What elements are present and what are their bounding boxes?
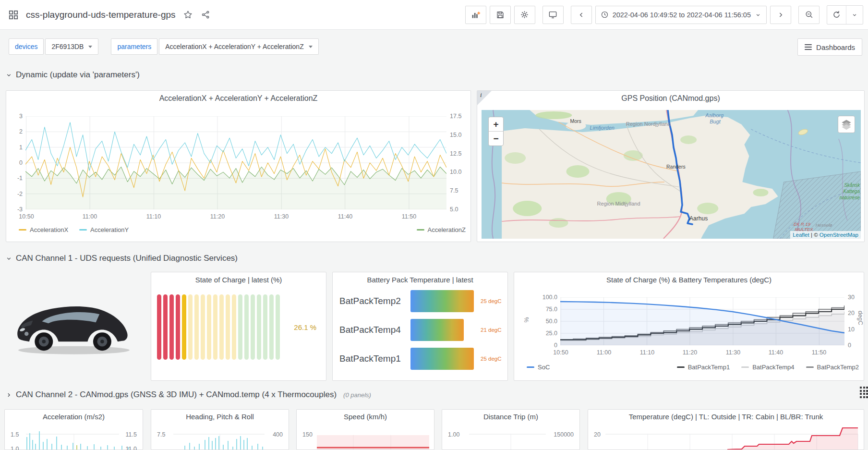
x-tick: 10:50: [550, 349, 571, 356]
share-icon[interactable]: [200, 9, 211, 20]
legend-batpacktemp4[interactable]: BatPackTemp4: [741, 364, 794, 371]
x-tick: 11:50: [808, 349, 830, 356]
legend-accelerationy[interactable]: AccelerationY: [79, 226, 129, 233]
y-tick: 25.0: [537, 329, 557, 337]
battery-name: BatPackTemp1: [339, 353, 410, 364]
map-label: Hesselø: [816, 222, 832, 228]
panel-title[interactable]: State of Charge | latest (%): [151, 276, 326, 284]
devices-variable-label: devices: [9, 38, 44, 55]
apps-grid-icon[interactable]: [8, 9, 19, 21]
map-zoom-out-button[interactable]: −: [489, 131, 503, 146]
panel-mini-heading: Heading, Pitch & Roll 7.5 400: [151, 409, 289, 450]
panel-title[interactable]: Battery Pack Temperature | latest: [333, 276, 507, 284]
grafana-dashboard: css-playground-uds-temperature-gps: [0, 0, 868, 450]
y-tick-right: 5.0: [450, 206, 469, 213]
x-tick: 11:10: [143, 213, 164, 220]
save-dashboard-button[interactable]: [490, 6, 511, 24]
soc-bar-gauge: [157, 294, 280, 360]
legend-accelerationx[interactable]: AccelerationX: [19, 226, 68, 233]
parameters-variable-dropdown[interactable]: AccelerationX + AccelerationY + Accelera…: [159, 38, 318, 55]
chevron-down-icon: [309, 46, 313, 48]
map-canvas: Mors Limfjorden Region Nordjylland Aalbo…: [482, 110, 861, 239]
row-header-can2[interactable]: CAN Channel 2 - CANmod.gps (GNSS & 3D IM…: [6, 390, 371, 400]
time-range-picker[interactable]: 2022-04-06 10:49:52 to 2022-04-06 11:56:…: [595, 6, 767, 24]
panel-mini-distance: Distance Trip (m) 1.00 150000: [442, 409, 580, 450]
tv-mode-button[interactable]: [542, 6, 564, 24]
map-label: Skånsk: [844, 182, 860, 188]
drag-handle-icon[interactable]: [860, 387, 868, 399]
map-label: EK R 19: [794, 221, 811, 227]
panel-battery-temps: Battery Pack Temperature | latest BatPac…: [332, 272, 508, 381]
soc-temp-chart[interactable]: [560, 297, 844, 345]
y-tick: 0: [537, 341, 557, 349]
gps-map[interactable]: Mors Limfjorden Region Nordjylland Aalbo…: [482, 110, 861, 239]
hamburger-icon: [805, 44, 812, 50]
legend-batpacktemp1[interactable]: BatPackTemp1: [677, 364, 730, 371]
y-tick-right: 10.0: [450, 168, 469, 176]
settings-gear-icon[interactable]: [514, 6, 535, 24]
legend-swatch: [79, 229, 87, 231]
legend-batpacktemp2[interactable]: BatPackTemp2: [806, 364, 859, 371]
row-panel-count: (0 panels): [343, 391, 371, 399]
map-zoom-in-button[interactable]: +: [489, 117, 503, 131]
battery-name: BatPackTemp2: [339, 296, 410, 306]
battery-value: 25 degC: [481, 356, 501, 362]
y-tick: -1: [8, 174, 23, 182]
x-tick: 11:00: [593, 349, 615, 356]
panel-title[interactable]: GPS Position (CANmod.gps): [477, 94, 864, 103]
map-label: Limfjorden: [590, 125, 615, 131]
refresh-interval-dropdown[interactable]: [846, 6, 863, 24]
panel-mini-speed: Speed (km/h) 150: [296, 409, 434, 450]
dashboard-title[interactable]: css-playground-uds-temperature-gps: [26, 10, 176, 20]
leaflet-link[interactable]: Leaflet: [793, 232, 809, 238]
map-label: Aalborg: [705, 112, 724, 118]
map-attribution: Leaflet | © OpenStreetMap: [790, 231, 861, 239]
legend-swatch: [806, 366, 814, 368]
add-panel-button[interactable]: [465, 6, 486, 24]
acceleration-chart[interactable]: [25, 116, 446, 209]
panel-mini-acceleration: Acceleration (m/s2) 1.5 11.5 1.0 11.0: [4, 409, 143, 450]
battery-gradient-bar: [410, 290, 474, 312]
battery-name: BatPackTemp4: [339, 325, 410, 335]
x-tick: 11:20: [207, 213, 228, 220]
time-shift-back-button[interactable]: [571, 6, 592, 24]
y-tick: 3: [8, 112, 23, 120]
legend-soc[interactable]: SoC: [527, 364, 550, 371]
refresh-button-group: [827, 5, 863, 24]
chevron-down-icon: [88, 46, 92, 48]
y-tick-right: 15.0: [450, 131, 469, 139]
y-tick: 0: [8, 159, 23, 167]
y-tick: 50.0: [537, 317, 557, 325]
row-header-can1[interactable]: CAN Channel 1 - UDS requests (Unified Di…: [6, 254, 238, 263]
y-tick-right: 0: [848, 341, 862, 349]
row-header-dynamic[interactable]: Dynamic (update via 'parameters'): [6, 70, 140, 80]
legend-swatch: [527, 366, 534, 368]
y-tick-right: 7.5: [450, 187, 469, 195]
map-label: Randers: [666, 164, 686, 170]
legend-swatch: [19, 229, 26, 231]
map-layers-button[interactable]: [838, 116, 855, 133]
panel-title[interactable]: AccelerationX + AccelerationY + Accelera…: [6, 94, 470, 103]
panel-title[interactable]: State of Charge (%) & Battery Temperatur…: [514, 276, 864, 284]
y-tick: -3: [8, 206, 23, 213]
refresh-icon[interactable]: [827, 6, 846, 24]
map-zoom-control: + −: [488, 117, 504, 146]
x-tick: 11:40: [335, 213, 356, 220]
y-tick-right: 12.5: [450, 150, 469, 158]
x-tick: 11:30: [271, 213, 292, 220]
panel-car-image: [4, 272, 144, 381]
panel-info-corner-icon[interactable]: i: [477, 91, 492, 105]
dashboards-button[interactable]: Dashboards: [797, 38, 862, 56]
legend-accelerationz[interactable]: AccelerationZ: [417, 226, 466, 233]
osm-link[interactable]: OpenStreetMap: [820, 232, 858, 238]
map-label: Bugt: [710, 119, 721, 124]
star-icon[interactable]: [182, 9, 193, 20]
time-shift-forward-button[interactable]: [770, 6, 791, 24]
devices-variable-dropdown[interactable]: 2F6913DB: [45, 38, 98, 55]
y-tick-right: 17.5: [450, 112, 469, 120]
legend-swatch: [677, 366, 685, 368]
y-tick-right: 20: [848, 309, 862, 317]
y-axis-label-left: %: [523, 317, 530, 322]
zoom-out-time-button[interactable]: [798, 6, 820, 24]
mini-chart: [5, 410, 143, 450]
